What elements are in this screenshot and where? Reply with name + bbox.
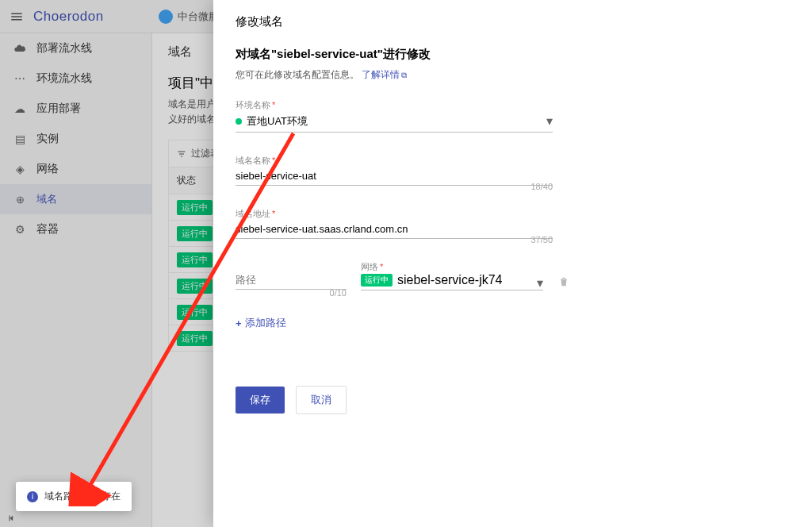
- plus-icon: +: [236, 317, 242, 329]
- domain-name-input[interactable]: [236, 167, 553, 186]
- drawer-actions: 保存 取消: [236, 386, 790, 414]
- env-field[interactable]: 环境名称* 置地UAT环境 ▾: [236, 99, 553, 133]
- path-input[interactable]: [236, 271, 347, 290]
- network-field[interactable]: 网络* 运行中 siebel-service-jk74 ▾: [361, 261, 543, 290]
- save-button[interactable]: 保存: [236, 387, 285, 414]
- toast: i 域名路径已经存在: [16, 482, 132, 511]
- network-value: siebel-service-jk74: [397, 273, 503, 287]
- drawer-sub: 您可在此修改域名配置信息。 了解详情⧉: [236, 68, 790, 82]
- domain-addr-counter: 37/50: [530, 235, 553, 244]
- env-status-dot-icon: [236, 118, 242, 125]
- delete-path-icon[interactable]: [557, 275, 570, 288]
- path-row: 0/10 网络* 运行中 siebel-service-jk74 ▾: [236, 261, 790, 313]
- drawer-heading: 对域名"siebel-service-uat"进行修改: [236, 47, 790, 62]
- env-value: 置地UAT环境: [247, 114, 308, 129]
- domain-name-counter: 18/40: [530, 182, 553, 191]
- toast-text: 域名路径已经存在: [44, 490, 121, 503]
- network-status-badge: 运行中: [361, 274, 393, 287]
- external-link-icon: ⧉: [401, 71, 407, 79]
- cancel-button[interactable]: 取消: [296, 386, 347, 414]
- path-counter: 0/10: [330, 288, 347, 298]
- path-field: 0/10: [236, 261, 347, 290]
- domain-addr-input[interactable]: [236, 220, 553, 239]
- edit-domain-drawer: 修改域名 对域名"siebel-service-uat"进行修改 您可在此修改域…: [213, 0, 812, 527]
- domain-addr-field: 域名地址* 37/50: [236, 208, 553, 239]
- drawer-title: 修改域名: [236, 14, 790, 29]
- add-path-button[interactable]: + 添加路径: [236, 316, 286, 330]
- learn-more-link[interactable]: 了解详情⧉: [362, 69, 407, 80]
- info-icon: i: [27, 491, 38, 502]
- domain-name-field: 域名名称* 18/40: [236, 155, 553, 186]
